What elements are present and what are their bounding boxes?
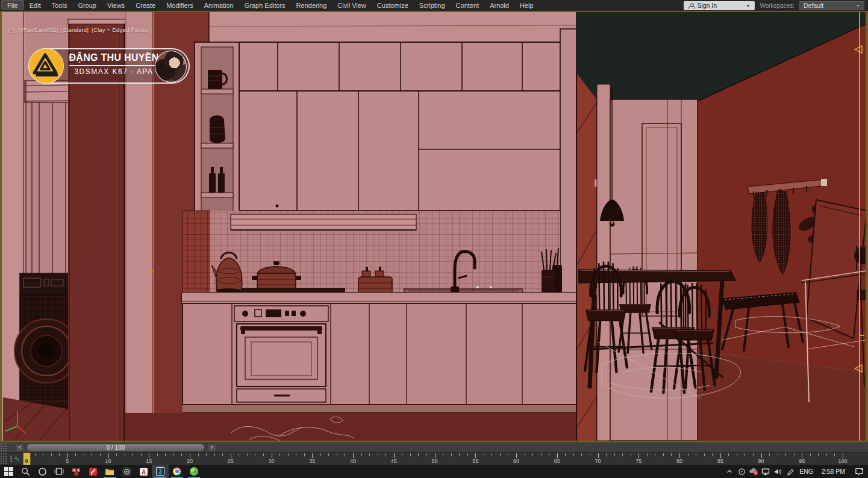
ruler-tick xyxy=(263,453,264,456)
speaker-icon xyxy=(773,468,782,476)
language-indicator[interactable]: ENG xyxy=(796,468,817,475)
ruler-tick xyxy=(84,453,84,456)
ruler-label: 85 xyxy=(717,458,723,464)
tray-circle-button[interactable] xyxy=(735,465,748,478)
menu-customize[interactable]: Customize xyxy=(372,0,414,11)
ruler-label: 20 xyxy=(187,458,193,464)
track-bar-ruler[interactable]: 0510152025303540455055606570758085909510… xyxy=(0,453,868,465)
ruler-label: 70 xyxy=(595,458,601,464)
network-button[interactable] xyxy=(760,465,772,478)
menu-edit[interactable]: Edit xyxy=(24,0,46,11)
trackbar-grip[interactable] xyxy=(0,442,7,452)
acrobat-button[interactable]: A xyxy=(135,465,152,478)
ruler-tick xyxy=(655,453,655,456)
start-button[interactable] xyxy=(0,465,17,478)
ruler-label: 90 xyxy=(758,458,764,464)
ruler-label: 80 xyxy=(676,458,682,464)
viewport-pov-menu[interactable]: [+] xyxy=(8,26,14,33)
ruler-label: 10 xyxy=(105,458,111,464)
ruler-tick xyxy=(761,453,762,458)
file-explorer-button[interactable] xyxy=(101,465,118,478)
ruler-tick xyxy=(51,453,52,456)
ruler-tick xyxy=(92,453,92,456)
ruler-tick xyxy=(100,453,101,456)
ruler-tick xyxy=(133,453,133,456)
ruler-tick xyxy=(141,453,142,456)
volume-button[interactable] xyxy=(772,465,784,478)
ruler-tick xyxy=(222,453,223,456)
viewport-camera-menu[interactable]: [VRayCam002] xyxy=(17,26,58,33)
ruler-tick xyxy=(720,453,721,458)
menu-content[interactable]: Content xyxy=(451,0,485,11)
app-red-swirl-button[interactable] xyxy=(84,465,101,478)
windows-ink-button[interactable] xyxy=(784,465,796,478)
ruler-tick xyxy=(231,453,231,458)
taskbar-clock[interactable]: 2:58 PM xyxy=(817,468,850,475)
ruler-tick xyxy=(345,453,345,456)
ruler-tick xyxy=(125,453,125,456)
shelf-vase xyxy=(210,116,225,143)
chevron-down-icon: ▼ xyxy=(856,4,860,8)
menu-group[interactable]: Group xyxy=(72,0,102,11)
ruler-tick xyxy=(785,453,786,456)
sign-in-button[interactable]: Sign In ▼ xyxy=(684,1,755,10)
ruler-tick xyxy=(647,453,648,456)
menu-views[interactable]: Views xyxy=(102,0,130,11)
previous-frame-button[interactable]: < xyxy=(16,444,24,452)
onedrive-status-button[interactable] xyxy=(748,465,760,478)
chrome-icon xyxy=(173,467,181,476)
menu-create[interactable]: Create xyxy=(130,0,161,11)
ruler-tick xyxy=(802,453,802,458)
viewport-style-menu[interactable]: [Standard] xyxy=(61,26,89,33)
watermark-logo xyxy=(28,48,64,84)
ruler-tick xyxy=(565,453,566,456)
ruler-label: 25 xyxy=(228,458,234,464)
cortana-icon xyxy=(38,467,47,476)
menu-tools[interactable]: Tools xyxy=(46,0,73,11)
track-bar[interactable]: ∿ 05101520253035404550556065707580859095… xyxy=(0,452,868,465)
next-frame-button[interactable]: > xyxy=(208,444,216,452)
ruler-tick xyxy=(581,453,582,456)
menu-scripting[interactable]: Scripting xyxy=(414,0,451,11)
viewport[interactable]: [+] [VRayCam002] [Standard] [Clay + Edge… xyxy=(0,11,868,442)
coccoc-browser-button[interactable] xyxy=(186,465,202,478)
ruler-tick xyxy=(190,453,190,458)
point-helper xyxy=(150,270,153,273)
app-red-grid-icon xyxy=(72,467,81,476)
menu-file[interactable]: File xyxy=(1,0,24,10)
ruler-tick xyxy=(255,453,255,456)
ruler-tick xyxy=(353,453,354,458)
menu-animation[interactable]: Animation xyxy=(199,0,239,11)
menu-modifiers[interactable]: Modifiers xyxy=(161,0,199,11)
menu-rendering[interactable]: Rendering xyxy=(291,0,333,11)
task-view-button[interactable] xyxy=(51,465,67,478)
time-slider-handle[interactable]: 0 / 100 xyxy=(27,444,205,452)
chrome-button[interactable] xyxy=(169,465,186,478)
countertop xyxy=(181,293,585,303)
menu-help[interactable]: Help xyxy=(514,0,539,11)
ruler-tick xyxy=(663,453,664,456)
ruler-tick xyxy=(35,453,36,456)
menu-arnold[interactable]: Arnold xyxy=(484,0,514,11)
ruler-tick xyxy=(239,453,239,456)
tray-chevron-button[interactable] xyxy=(723,465,735,478)
menubar-right: Sign In ▼ Workspaces: Default ▼ xyxy=(684,1,868,10)
3dsmax-button[interactable]: 3 xyxy=(152,465,169,478)
menu-graph-editors[interactable]: Graph Editors xyxy=(239,0,291,11)
app-red-swirl-icon xyxy=(89,467,98,476)
ruler-tick xyxy=(639,453,639,458)
taskbar-search-button[interactable] xyxy=(17,465,34,478)
ruler-tick xyxy=(426,453,427,456)
app-red-grid-button[interactable] xyxy=(67,465,84,478)
action-center-button[interactable] xyxy=(850,465,868,478)
cortana-button[interactable] xyxy=(34,465,51,478)
photos-app-button[interactable] xyxy=(118,465,135,478)
ruler-label: 100 xyxy=(838,458,847,464)
ruler-tick xyxy=(549,453,549,456)
menu-civil-view[interactable]: Civil View xyxy=(332,0,371,11)
ruler-tick xyxy=(778,453,778,456)
range-hood xyxy=(231,214,416,230)
ruler-tick xyxy=(165,453,166,456)
workspace-dropdown[interactable]: Default ▼ xyxy=(799,1,864,10)
viewport-shading-menu[interactable]: [Clay + Edged Faces] xyxy=(92,26,149,33)
